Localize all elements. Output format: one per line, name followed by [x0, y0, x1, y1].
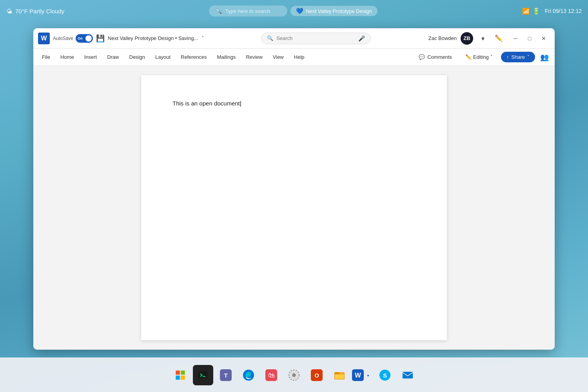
search-icon: 🔍: [215, 8, 222, 14]
edit-icon: ✏️: [465, 54, 472, 60]
svg-rect-4: [176, 370, 180, 375]
menu-insert[interactable]: Insert: [80, 52, 102, 62]
desktop-search-area[interactable]: 🔍 Type here to search 💙 Next Valley Prot…: [209, 5, 377, 16]
taskbar-terminal[interactable]: [193, 365, 213, 385]
user-name: Zac Bowden: [428, 35, 457, 41]
menu-file[interactable]: File: [37, 52, 55, 62]
user-section: Zac Bowden ZB ♦ ✏️: [428, 32, 505, 45]
text-cursor: [240, 100, 241, 107]
system-clock: Fri 09/13 12:12: [545, 8, 582, 14]
svg-text:T: T: [224, 372, 227, 378]
menu-mailings[interactable]: Mailings: [212, 52, 241, 62]
svg-rect-22: [335, 374, 344, 379]
minimize-button[interactable]: ─: [509, 32, 522, 45]
share-chevron: ˅: [527, 54, 530, 60]
svg-rect-27: [403, 372, 413, 378]
autosave-state: On: [76, 36, 83, 40]
sys-right: 📶 🔋 Fri 09/13 12:12: [522, 7, 582, 15]
taskbar-mail[interactable]: [397, 365, 418, 385]
editing-button[interactable]: ✏️ Editing ˅: [460, 51, 498, 63]
taskbar-file-explorer[interactable]: [329, 365, 350, 385]
wifi-icon: 📶: [522, 7, 530, 15]
window-controls[interactable]: ─ □ ✕: [509, 32, 550, 45]
maximize-button[interactable]: □: [523, 32, 536, 45]
document-text[interactable]: This is an open document: [172, 100, 240, 107]
svg-rect-21: [334, 372, 339, 374]
weather-icon: 🌤: [6, 8, 12, 15]
comments-button[interactable]: 💬 Comments: [414, 51, 457, 63]
diamond-icon[interactable]: ♦: [477, 33, 489, 44]
autosave-toggle[interactable]: On: [76, 34, 93, 43]
toggle-knob: [85, 35, 92, 42]
user-initials: ZB: [463, 35, 470, 41]
search-input-bar[interactable]: 🔍 🎤: [261, 33, 371, 44]
desktop-search-bar[interactable]: 🔍 Type here to search: [209, 5, 287, 16]
active-app-pill[interactable]: 💙 Next Valley Prototype Design: [290, 6, 377, 16]
comments-label: Comments: [427, 54, 452, 60]
share-icon: ↑: [506, 54, 509, 60]
mic-icon[interactable]: 🎤: [358, 35, 365, 42]
collab-people-icon[interactable]: 👥: [538, 51, 551, 64]
search-icon: 🔍: [267, 35, 273, 41]
svg-rect-5: [181, 370, 185, 375]
weather-text: 70°F Partly Cloudy: [15, 8, 64, 15]
svg-text:W: W: [355, 371, 361, 379]
start-button[interactable]: [170, 365, 191, 385]
svg-point-16: [292, 373, 296, 377]
svg-rect-6: [176, 376, 180, 380]
taskbar-icons: T 🛍 O: [170, 365, 418, 385]
pen-icon[interactable]: ✏️: [493, 33, 505, 44]
taskbar-skype[interactable]: S: [375, 365, 395, 385]
menu-home[interactable]: Home: [56, 52, 79, 62]
sys-status-icons: 📶 🔋: [522, 7, 540, 15]
doc-title-chevron[interactable]: ˅: [201, 36, 204, 41]
share-button[interactable]: ↑ Share ˅: [501, 52, 535, 62]
share-label: Share: [511, 54, 525, 60]
taskbar-word[interactable]: W: [352, 365, 372, 385]
search-input[interactable]: [276, 35, 355, 41]
menu-design[interactable]: Design: [125, 52, 150, 62]
document-page[interactable]: This is an open document: [141, 75, 447, 340]
svg-text:🛍: 🛍: [268, 371, 275, 379]
menu-draw[interactable]: Draw: [102, 52, 123, 62]
word-search-box[interactable]: 🔍 🎤: [213, 33, 419, 44]
menu-bar: File Home Insert Draw Design Layout Refe…: [33, 49, 555, 66]
save-history-icon[interactable]: 💾: [96, 34, 105, 43]
autosave-section[interactable]: AutoSave On: [53, 34, 93, 43]
battery-icon: 🔋: [532, 7, 540, 15]
close-button[interactable]: ✕: [537, 32, 550, 45]
active-app-label: Next Valley Prototype Design: [306, 8, 372, 14]
svg-rect-8: [198, 371, 207, 378]
taskbar-settings[interactable]: [284, 365, 304, 385]
taskbar: T 🛍 O: [0, 358, 588, 392]
svg-text:S: S: [383, 372, 387, 378]
weather-widget[interactable]: 🌤 70°F Partly Cloudy: [6, 8, 64, 15]
document-area[interactable]: This is an open document: [33, 66, 555, 350]
search-placeholder-text: Type here to search: [225, 8, 270, 14]
editing-chevron: ˅: [490, 54, 493, 60]
word-window: W AutoSave On 💾 Next Valley Prototype De…: [33, 28, 555, 350]
document-title[interactable]: Next Valley Prototype Design • Saving...: [108, 35, 198, 41]
taskbar-store[interactable]: 🛍: [261, 365, 281, 385]
menu-view[interactable]: View: [268, 52, 289, 62]
user-avatar[interactable]: ZB: [461, 32, 473, 45]
document-content[interactable]: This is an open document: [172, 99, 416, 108]
taskbar-edge[interactable]: [238, 365, 259, 385]
svg-rect-7: [181, 376, 185, 380]
menu-layout[interactable]: Layout: [151, 52, 175, 62]
word-app-logo: W: [38, 33, 50, 44]
menu-references[interactable]: References: [176, 52, 211, 62]
menu-review[interactable]: Review: [241, 52, 267, 62]
svg-text:O: O: [314, 372, 319, 378]
taskbar-teams[interactable]: T: [216, 365, 236, 385]
title-bar: W AutoSave On 💾 Next Valley Prototype De…: [33, 28, 555, 49]
taskbar-office[interactable]: O: [307, 365, 327, 385]
menu-help[interactable]: Help: [289, 52, 309, 62]
comments-icon: 💬: [419, 54, 425, 60]
autosave-label: AutoSave: [53, 36, 73, 41]
system-tray: 🌤 70°F Partly Cloudy 🔍 Type here to sear…: [0, 0, 588, 22]
menu-right-section: 💬 Comments ✏️ Editing ˅ ↑ Share ˅ 👥: [414, 51, 551, 64]
word-icon-small: 💙: [296, 7, 303, 15]
editing-label: Editing: [473, 54, 489, 60]
